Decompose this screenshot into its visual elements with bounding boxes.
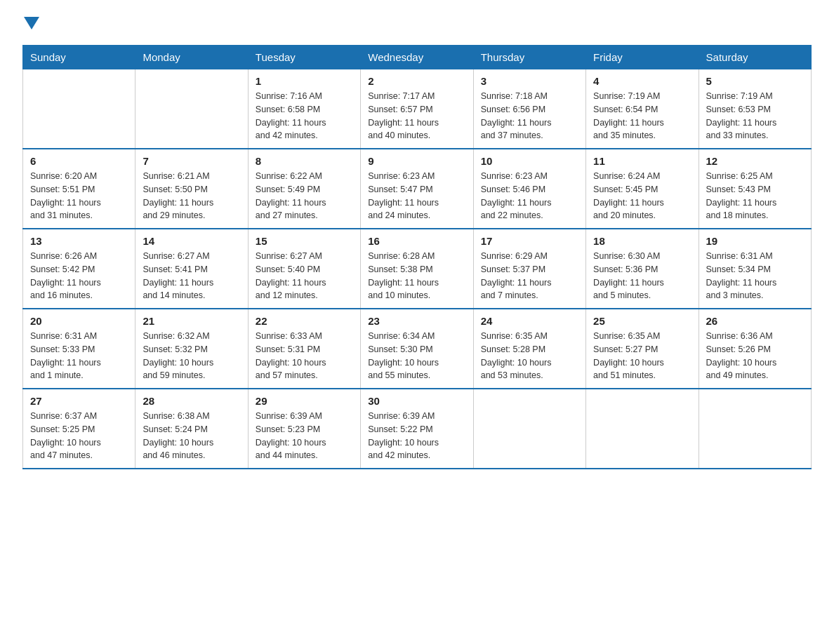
days-of-week-row: SundayMondayTuesdayWednesdayThursdayFrid… [23,46,812,69]
calendar-cell: 2Sunrise: 7:17 AM Sunset: 6:57 PM Daylig… [361,69,473,149]
calendar-cell: 9Sunrise: 6:23 AM Sunset: 5:47 PM Daylig… [361,149,473,229]
calendar-cell [473,389,585,469]
day-number: 8 [256,155,353,167]
calendar-cell [586,389,699,469]
day-number: 3 [481,75,578,87]
day-info: Sunrise: 6:27 AM Sunset: 5:40 PM Dayligh… [256,250,353,302]
day-info: Sunrise: 6:34 AM Sunset: 5:30 PM Dayligh… [368,330,465,382]
logo [22,17,39,34]
day-info: Sunrise: 6:35 AM Sunset: 5:28 PM Dayligh… [481,330,578,382]
day-info: Sunrise: 7:16 AM Sunset: 6:58 PM Dayligh… [256,90,353,142]
calendar-cell: 3Sunrise: 7:18 AM Sunset: 6:56 PM Daylig… [473,69,585,149]
calendar-cell: 8Sunrise: 6:22 AM Sunset: 5:49 PM Daylig… [248,149,360,229]
week-row: 27Sunrise: 6:37 AM Sunset: 5:25 PM Dayli… [23,389,812,469]
calendar-cell: 16Sunrise: 6:28 AM Sunset: 5:38 PM Dayli… [361,229,473,309]
day-number: 21 [143,315,240,327]
calendar-cell: 30Sunrise: 6:39 AM Sunset: 5:22 PM Dayli… [361,389,473,469]
day-info: Sunrise: 6:21 AM Sunset: 5:50 PM Dayligh… [143,170,240,222]
day-number: 18 [593,235,691,247]
day-info: Sunrise: 6:31 AM Sunset: 5:34 PM Dayligh… [706,250,804,302]
day-info: Sunrise: 7:17 AM Sunset: 6:57 PM Dayligh… [368,90,465,142]
day-header-wednesday: Wednesday [361,46,473,69]
day-number: 17 [481,235,578,247]
day-info: Sunrise: 6:24 AM Sunset: 5:45 PM Dayligh… [593,170,691,222]
day-number: 2 [368,75,465,87]
calendar-cell: 20Sunrise: 6:31 AM Sunset: 5:33 PM Dayli… [23,309,135,389]
day-info: Sunrise: 6:37 AM Sunset: 5:25 PM Dayligh… [30,410,128,462]
day-info: Sunrise: 6:23 AM Sunset: 5:46 PM Dayligh… [481,170,578,222]
logo-line1 [22,17,39,34]
calendar-body: 1Sunrise: 7:16 AM Sunset: 6:58 PM Daylig… [23,69,812,469]
day-number: 1 [256,75,353,87]
day-info: Sunrise: 6:39 AM Sunset: 5:23 PM Dayligh… [256,410,353,462]
day-header-saturday: Saturday [699,46,811,69]
calendar-cell: 25Sunrise: 6:35 AM Sunset: 5:27 PM Dayli… [586,309,699,389]
week-row: 20Sunrise: 6:31 AM Sunset: 5:33 PM Dayli… [23,309,812,389]
day-number: 28 [143,395,240,407]
day-info: Sunrise: 6:33 AM Sunset: 5:31 PM Dayligh… [256,330,353,382]
day-header-friday: Friday [586,46,699,69]
day-info: Sunrise: 6:32 AM Sunset: 5:32 PM Dayligh… [143,330,240,382]
day-info: Sunrise: 6:26 AM Sunset: 5:42 PM Dayligh… [30,250,128,302]
calendar-cell: 12Sunrise: 6:25 AM Sunset: 5:43 PM Dayli… [699,149,811,229]
day-info: Sunrise: 6:29 AM Sunset: 5:37 PM Dayligh… [481,250,578,302]
calendar-cell: 29Sunrise: 6:39 AM Sunset: 5:23 PM Dayli… [248,389,360,469]
day-header-tuesday: Tuesday [248,46,360,69]
day-number: 15 [256,235,353,247]
day-number: 13 [30,235,128,247]
calendar-cell: 18Sunrise: 6:30 AM Sunset: 5:36 PM Dayli… [586,229,699,309]
day-number: 10 [481,155,578,167]
day-header-monday: Monday [135,46,248,69]
day-number: 23 [368,315,465,327]
day-number: 9 [368,155,465,167]
day-info: Sunrise: 6:20 AM Sunset: 5:51 PM Dayligh… [30,170,128,222]
calendar-cell: 11Sunrise: 6:24 AM Sunset: 5:45 PM Dayli… [586,149,699,229]
svg-marker-0 [24,17,39,29]
day-info: Sunrise: 6:28 AM Sunset: 5:38 PM Dayligh… [368,250,465,302]
day-info: Sunrise: 6:39 AM Sunset: 5:22 PM Dayligh… [368,410,465,462]
calendar-cell: 19Sunrise: 6:31 AM Sunset: 5:34 PM Dayli… [699,229,811,309]
day-number: 25 [593,315,691,327]
day-number: 14 [143,235,240,247]
logo-triangle-icon [24,17,39,32]
day-info: Sunrise: 6:25 AM Sunset: 5:43 PM Dayligh… [706,170,804,222]
day-number: 16 [368,235,465,247]
day-info: Sunrise: 6:35 AM Sunset: 5:27 PM Dayligh… [593,330,691,382]
calendar-header: SundayMondayTuesdayWednesdayThursdayFrid… [23,46,812,69]
day-info: Sunrise: 7:19 AM Sunset: 6:54 PM Dayligh… [593,90,691,142]
calendar-table: SundayMondayTuesdayWednesdayThursdayFrid… [22,45,812,469]
day-info: Sunrise: 6:27 AM Sunset: 5:41 PM Dayligh… [143,250,240,302]
day-number: 12 [706,155,804,167]
day-info: Sunrise: 7:18 AM Sunset: 6:56 PM Dayligh… [481,90,578,142]
day-number: 4 [593,75,691,87]
day-number: 29 [256,395,353,407]
day-info: Sunrise: 6:22 AM Sunset: 5:49 PM Dayligh… [256,170,353,222]
day-info: Sunrise: 6:31 AM Sunset: 5:33 PM Dayligh… [30,330,128,382]
day-info: Sunrise: 7:19 AM Sunset: 6:53 PM Dayligh… [706,90,804,142]
calendar-cell: 13Sunrise: 6:26 AM Sunset: 5:42 PM Dayli… [23,229,135,309]
calendar-cell: 4Sunrise: 7:19 AM Sunset: 6:54 PM Daylig… [586,69,699,149]
day-number: 30 [368,395,465,407]
day-info: Sunrise: 6:38 AM Sunset: 5:24 PM Dayligh… [143,410,240,462]
calendar-cell: 17Sunrise: 6:29 AM Sunset: 5:37 PM Dayli… [473,229,585,309]
day-header-sunday: Sunday [23,46,135,69]
calendar-cell: 7Sunrise: 6:21 AM Sunset: 5:50 PM Daylig… [135,149,248,229]
header [22,17,812,34]
day-number: 19 [706,235,804,247]
calendar-cell: 6Sunrise: 6:20 AM Sunset: 5:51 PM Daylig… [23,149,135,229]
calendar-cell: 21Sunrise: 6:32 AM Sunset: 5:32 PM Dayli… [135,309,248,389]
day-number: 11 [593,155,691,167]
week-row: 6Sunrise: 6:20 AM Sunset: 5:51 PM Daylig… [23,149,812,229]
day-header-thursday: Thursday [473,46,585,69]
week-row: 13Sunrise: 6:26 AM Sunset: 5:42 PM Dayli… [23,229,812,309]
day-number: 20 [30,315,128,327]
calendar-cell: 14Sunrise: 6:27 AM Sunset: 5:41 PM Dayli… [135,229,248,309]
calendar-cell: 24Sunrise: 6:35 AM Sunset: 5:28 PM Dayli… [473,309,585,389]
week-row: 1Sunrise: 7:16 AM Sunset: 6:58 PM Daylig… [23,69,812,149]
day-number: 7 [143,155,240,167]
calendar-cell: 26Sunrise: 6:36 AM Sunset: 5:26 PM Dayli… [699,309,811,389]
day-number: 22 [256,315,353,327]
day-number: 27 [30,395,128,407]
calendar-cell: 1Sunrise: 7:16 AM Sunset: 6:58 PM Daylig… [248,69,360,149]
calendar-cell: 5Sunrise: 7:19 AM Sunset: 6:53 PM Daylig… [699,69,811,149]
